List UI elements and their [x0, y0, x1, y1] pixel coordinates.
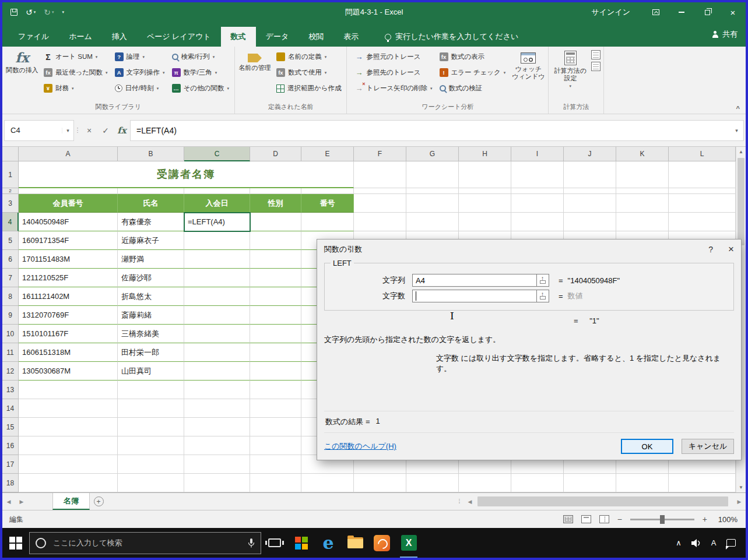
cell-A1-title[interactable]: 受講者名簿 [19, 161, 354, 188]
cell-A2[interactable] [19, 188, 118, 194]
cell-D4[interactable] [250, 213, 301, 231]
insert-function-button[interactable]: fx 関数の挿入 [5, 49, 39, 74]
cell-C3[interactable]: 入会日 [184, 194, 250, 213]
column-header-H[interactable]: H [459, 147, 511, 161]
cell-K3[interactable] [616, 194, 669, 213]
tab-home[interactable]: ホーム [59, 27, 102, 47]
cell-I4[interactable] [511, 213, 564, 231]
row-header-3[interactable]: 3 [2, 194, 19, 213]
cell-E2[interactable] [301, 188, 354, 194]
sheet-next-button[interactable]: ▶ [15, 493, 28, 510]
cell-D15[interactable] [250, 418, 301, 436]
cell-B8[interactable]: 折島悠太 [118, 287, 184, 306]
row-header-17[interactable]: 17 [2, 455, 19, 474]
cell-I2[interactable] [511, 188, 564, 194]
arg2-collapse-button[interactable] [537, 290, 549, 302]
cell-B6[interactable]: 瀬野満 [118, 250, 184, 269]
cell-D13[interactable] [250, 381, 301, 399]
row-header-15[interactable]: 15 [2, 418, 19, 436]
zoom-level[interactable]: 100% [715, 515, 738, 524]
cell-I1[interactable] [511, 161, 564, 188]
column-header-K[interactable]: K [616, 147, 669, 161]
use-in-formula-button[interactable]: fx数式で使用▾ [274, 65, 344, 80]
scroll-up-icon[interactable]: ▲ [736, 147, 746, 157]
cell-K18[interactable] [616, 474, 669, 492]
row-header-8[interactable]: 8 [2, 287, 19, 306]
cell-D3[interactable]: 性別 [250, 194, 301, 213]
cell-G4[interactable] [406, 213, 459, 231]
formula-bar-splitter[interactable]: ⋮ [74, 126, 81, 134]
cell-D9[interactable] [250, 306, 301, 325]
edge-button[interactable]: e [315, 528, 342, 558]
notification-center-button[interactable] [722, 528, 740, 558]
vertical-scrollbar-thumb[interactable] [738, 158, 745, 245]
cell-C15[interactable] [184, 418, 250, 436]
cell-H1[interactable] [459, 161, 511, 188]
insert-function-fx-button[interactable]: fx [114, 120, 130, 141]
cell-E18[interactable] [301, 474, 354, 492]
cell-B16[interactable] [118, 436, 184, 455]
redo-button[interactable]: ↻▾ [44, 8, 54, 17]
create-from-selection-button[interactable]: 選択範囲から作成 [274, 80, 344, 96]
cell-K4[interactable] [616, 213, 669, 231]
cell-A13[interactable] [19, 381, 118, 399]
cell-B17[interactable] [118, 455, 184, 474]
cell-D7[interactable] [250, 269, 301, 287]
cell-A10[interactable]: 1510101167F [19, 325, 118, 343]
excel-taskbar-button[interactable]: X [395, 528, 422, 558]
cell-C12[interactable] [184, 362, 250, 381]
row-header-18[interactable]: 18 [2, 474, 19, 492]
column-header-A[interactable]: A [19, 147, 118, 161]
ribbon-display-options-button[interactable] [643, 2, 669, 22]
row-header-5[interactable]: 5 [2, 231, 19, 250]
row-header-10[interactable]: 10 [2, 325, 19, 343]
row-header-2[interactable]: 2 [2, 188, 19, 194]
row-header-9[interactable]: 9 [2, 306, 19, 325]
cell-F4[interactable] [354, 213, 406, 231]
zoom-out-button[interactable]: − [617, 515, 622, 524]
cell-L3[interactable] [669, 194, 736, 213]
hscroll-left-icon[interactable]: ◀ [463, 493, 476, 510]
cell-B15[interactable] [118, 418, 184, 436]
cell-D18[interactable] [250, 474, 301, 492]
horizontal-scrollbar[interactable] [476, 495, 733, 508]
row-header-4[interactable]: 4 [2, 213, 19, 231]
cell-C4[interactable]: =LEFT(A4) [184, 213, 250, 231]
save-button[interactable] [10, 9, 17, 16]
name-box[interactable]: C4 ▾ [4, 120, 74, 141]
tab-data[interactable]: データ [256, 27, 299, 47]
cell-B9[interactable]: 斎藤莉緒 [118, 306, 184, 325]
remove-arrows-button[interactable]: →トレース矢印の削除▾ [352, 80, 434, 96]
cell-D5[interactable] [250, 231, 301, 250]
cell-D11[interactable] [250, 343, 301, 362]
cell-L18[interactable] [669, 474, 736, 492]
tab-review[interactable]: 校閲 [299, 27, 333, 47]
name-manager-button[interactable]: 名前の管理 [238, 49, 272, 72]
cell-C6[interactable] [184, 250, 250, 269]
row-header-13[interactable]: 13 [2, 381, 19, 399]
redo-dropdown-icon[interactable]: ▾ [52, 10, 54, 15]
file-explorer-button[interactable] [342, 528, 368, 558]
column-header-B[interactable]: B [118, 147, 184, 161]
define-name-button[interactable]: 名前の定義▾ [274, 49, 344, 65]
column-header-I[interactable]: I [511, 147, 564, 161]
task-view-button[interactable] [261, 528, 288, 558]
microphone-icon[interactable] [248, 538, 255, 548]
column-header-D[interactable]: D [250, 147, 301, 161]
tab-page-layout[interactable]: ページ レイアウト [137, 27, 221, 47]
cell-L2[interactable] [669, 188, 736, 194]
add-sheet-button[interactable]: + [90, 493, 107, 510]
minimize-button[interactable] [669, 2, 694, 22]
cell-C11[interactable] [184, 343, 250, 362]
cell-B12[interactable]: 山田真司 [118, 362, 184, 381]
cell-B18[interactable] [118, 474, 184, 492]
capture-app-button[interactable] [368, 528, 395, 558]
column-header-J[interactable]: J [564, 147, 616, 161]
cell-A18[interactable] [19, 474, 118, 492]
cell-I18[interactable] [511, 474, 564, 492]
column-header-L[interactable]: L [669, 147, 736, 161]
page-break-view-button[interactable] [599, 515, 609, 523]
cell-J2[interactable] [564, 188, 616, 194]
start-button[interactable] [2, 528, 29, 558]
cell-D17[interactable] [250, 455, 301, 474]
